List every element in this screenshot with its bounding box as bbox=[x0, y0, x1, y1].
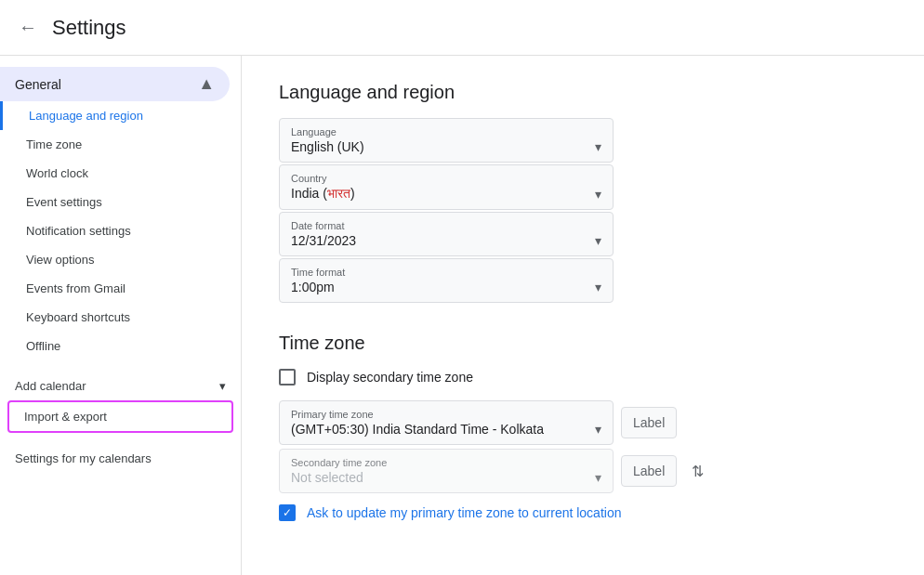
time-format-label: Time format bbox=[291, 267, 601, 278]
sidebar-settings-calendars[interactable]: Settings for my calendars bbox=[0, 444, 241, 473]
dropdown-arrow-icon: ▾ bbox=[595, 422, 601, 437]
display-secondary-label: Display secondary time zone bbox=[307, 370, 473, 385]
sidebar-section-general[interactable]: General ▲ bbox=[0, 67, 230, 101]
add-calendar-label: Add calendar bbox=[15, 379, 86, 393]
sidebar-item-offline[interactable]: Offline bbox=[0, 332, 241, 360]
language-label: Language bbox=[291, 126, 601, 137]
settings-calendars-label: Settings for my calendars bbox=[15, 451, 152, 465]
header: ← Settings bbox=[0, 0, 924, 56]
language-region-section: Language and region Language English (UK… bbox=[279, 82, 887, 303]
main-content: Language and region Language English (UK… bbox=[242, 56, 924, 575]
sidebar-item-label: Events from Gmail bbox=[26, 281, 125, 295]
secondary-tz-label-input[interactable]: Label bbox=[621, 455, 677, 487]
primary-tz-value: (GMT+05:30) India Standard Time - Kolkat… bbox=[291, 422, 544, 437]
sidebar-item-time-zone[interactable]: Time zone bbox=[0, 130, 241, 159]
secondary-tz-row: Secondary time zone Not selected ▾ Label… bbox=[279, 449, 887, 493]
dropdown-arrow-icon: ▾ bbox=[595, 187, 601, 202]
import-export-label: Import & export bbox=[24, 410, 107, 424]
time-format-dropdown[interactable]: Time format 1:00pm ▾ bbox=[279, 258, 614, 303]
sidebar-general-label: General bbox=[15, 77, 61, 92]
chevron-down-icon: ▾ bbox=[219, 379, 226, 393]
swap-icon: ⇅ bbox=[692, 463, 704, 480]
sidebar-item-notification-settings[interactable]: Notification settings bbox=[0, 216, 241, 245]
sidebar-item-label: Time zone bbox=[26, 137, 82, 151]
timezone-section: Time zone Display secondary time zone Pr… bbox=[279, 333, 887, 521]
dropdown-arrow-icon: ▾ bbox=[595, 280, 601, 294]
language-region-dropdowns: Language English (UK) ▾ Country India (भ… bbox=[279, 118, 614, 303]
time-format-value: 1:00pm bbox=[291, 280, 335, 294]
primary-label-placeholder: Label bbox=[633, 415, 665, 430]
display-secondary-row: Display secondary time zone bbox=[279, 369, 887, 386]
chevron-up-icon: ▲ bbox=[198, 74, 215, 94]
sidebar-item-label: Language and region bbox=[29, 109, 143, 123]
dropdown-arrow-icon: ▾ bbox=[595, 233, 601, 248]
language-dropdown[interactable]: Language English (UK) ▾ bbox=[279, 118, 614, 163]
sidebar-item-event-settings[interactable]: Event settings bbox=[0, 188, 241, 216]
date-format-dropdown[interactable]: Date format 12/31/2023 ▾ bbox=[279, 212, 614, 256]
secondary-tz-value: Not selected bbox=[291, 470, 363, 485]
dropdown-arrow-icon: ▾ bbox=[595, 470, 601, 485]
secondary-label-placeholder: Label bbox=[633, 464, 665, 478]
sidebar-item-keyboard-shortcuts[interactable]: Keyboard shortcuts bbox=[0, 303, 241, 332]
secondary-tz-label: Secondary time zone bbox=[291, 457, 601, 468]
back-icon: ← bbox=[19, 17, 37, 38]
language-region-title: Language and region bbox=[279, 82, 887, 103]
date-format-value: 12/31/2023 bbox=[291, 233, 356, 248]
ask-update-row: Ask to update my primary time zone to cu… bbox=[279, 504, 887, 521]
date-format-label: Date format bbox=[291, 220, 601, 231]
country-dropdown[interactable]: Country India (भारत) ▾ bbox=[279, 164, 614, 210]
primary-tz-dropdown[interactable]: Primary time zone (GMT+05:30) India Stan… bbox=[279, 400, 614, 445]
primary-tz-label: Primary time zone bbox=[291, 409, 601, 420]
secondary-tz-dropdown[interactable]: Secondary time zone Not selected ▾ bbox=[279, 449, 614, 493]
sidebar-item-label: World clock bbox=[26, 166, 88, 180]
sidebar-item-label: Event settings bbox=[26, 195, 102, 209]
timezone-title: Time zone bbox=[279, 333, 887, 354]
sidebar-item-label: Offline bbox=[26, 339, 60, 353]
ask-update-label: Ask to update my primary time zone to cu… bbox=[307, 505, 621, 520]
header-title: Settings bbox=[52, 16, 126, 40]
ask-update-checkbox[interactable] bbox=[279, 504, 296, 521]
sidebar-item-view-options[interactable]: View options bbox=[0, 245, 241, 274]
sidebar-item-events-from-gmail[interactable]: Events from Gmail bbox=[0, 274, 241, 303]
country-value: India (भारत) bbox=[291, 186, 355, 202]
country-label: Country bbox=[291, 173, 601, 184]
sidebar: General ▲ Language and region Time zone … bbox=[0, 56, 242, 575]
primary-tz-label-input[interactable]: Label bbox=[621, 407, 677, 438]
swap-timezones-button[interactable]: ⇅ bbox=[684, 463, 711, 480]
primary-tz-row: Primary time zone (GMT+05:30) India Stan… bbox=[279, 400, 887, 445]
sidebar-item-world-clock[interactable]: World clock bbox=[0, 159, 241, 188]
dropdown-arrow-icon: ▾ bbox=[595, 139, 601, 154]
sidebar-item-label: Notification settings bbox=[26, 224, 131, 238]
back-button[interactable]: ← bbox=[19, 17, 37, 38]
sidebar-add-calendar[interactable]: Add calendar ▾ bbox=[0, 372, 241, 400]
display-secondary-checkbox[interactable] bbox=[279, 369, 296, 386]
sidebar-import-export[interactable]: Import & export bbox=[7, 400, 233, 433]
sidebar-item-label: Keyboard shortcuts bbox=[26, 310, 130, 324]
sidebar-item-language-region[interactable]: Language and region bbox=[0, 101, 241, 130]
sidebar-item-label: View options bbox=[26, 253, 94, 267]
language-value: English (UK) bbox=[291, 139, 364, 154]
layout: General ▲ Language and region Time zone … bbox=[0, 56, 924, 575]
